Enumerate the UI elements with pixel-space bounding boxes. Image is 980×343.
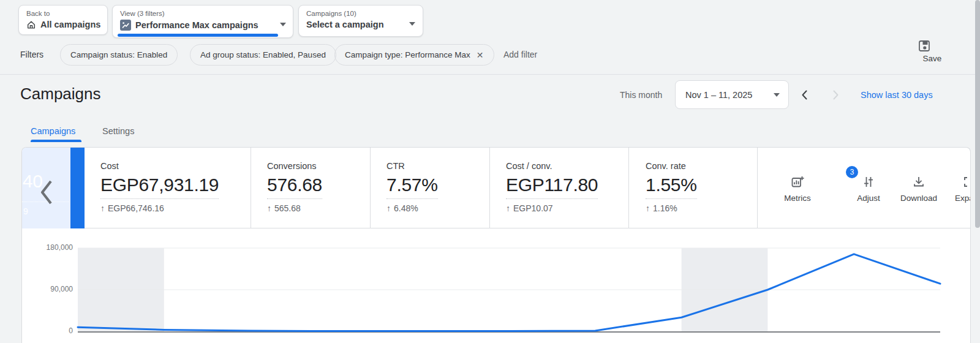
filter-chip-label: Campaign status: Enabled xyxy=(70,50,167,59)
column-divider xyxy=(628,148,629,228)
date-range-value: Nov 1 – 11, 2025 xyxy=(685,90,752,100)
caret-down-icon xyxy=(774,93,780,97)
scorecard-value: EGP117.80 xyxy=(506,176,598,199)
scorecard-label: Conv. rate xyxy=(646,161,697,171)
view-selector-dropdown[interactable]: View (3 filters) Performance Max campaig… xyxy=(112,5,293,38)
filter-chip-ad-group-status[interactable]: Ad group status: Enabled, Paused xyxy=(190,44,336,66)
campaign-selector-label: Campaigns (10) xyxy=(306,10,415,17)
home-icon xyxy=(26,20,36,29)
filter-chip-label: Campaign type: Performance Max xyxy=(345,50,470,59)
up-arrow-icon: ↑ xyxy=(386,203,391,213)
back-to-label: Back to xyxy=(26,10,100,17)
view-selector-label: View (3 filters) xyxy=(120,10,285,17)
filter-chip-label: Ad group status: Enabled, Paused xyxy=(200,50,326,59)
caret-down-icon xyxy=(280,23,286,26)
adjust-button[interactable]: Adjust xyxy=(844,175,893,203)
active-tab-indicator xyxy=(31,140,81,142)
scorecard-row: 840 9 Cost EGP67,931.19 ↑EGP66,746.16 Co… xyxy=(22,148,971,228)
up-arrow-icon: ↑ xyxy=(506,203,510,213)
scorecard-value: 1.55% xyxy=(646,176,697,199)
chevron-right-icon xyxy=(829,88,842,102)
selected-metric-color-bar xyxy=(70,148,85,228)
performance-line-chart[interactable] xyxy=(22,228,971,343)
view-active-indicator xyxy=(118,34,278,37)
scorecard-label: Cost xyxy=(100,161,219,171)
view-selector-value: Performance Max campaigns xyxy=(135,20,258,30)
metrics-label: Metrics xyxy=(784,194,811,203)
metrics-icon xyxy=(790,175,805,189)
scorecard-delta: ↑EGP10.07 xyxy=(506,203,598,213)
section-divider xyxy=(0,74,980,75)
performance-chart-icon xyxy=(120,20,131,31)
back-to-value: All campaigns xyxy=(40,20,100,29)
scorecard-label: Cost / conv. xyxy=(506,161,598,171)
column-divider xyxy=(251,148,251,228)
up-arrow-icon: ↑ xyxy=(646,203,650,213)
show-last-30-days-link[interactable]: Show last 30 days xyxy=(861,90,933,100)
previous-period-button[interactable] xyxy=(798,88,812,102)
save-filters-button[interactable]: Save xyxy=(918,39,947,63)
adjust-label: Adjust xyxy=(857,194,880,203)
scorecard-conv-rate[interactable]: Conv. rate 1.55% ↑1.16% xyxy=(646,161,697,213)
expand-label: Expand xyxy=(955,194,971,203)
scorecard-conversions[interactable]: Conversions 576.68 ↑565.68 xyxy=(267,161,322,213)
vertical-scrollbar-thumb[interactable] xyxy=(975,0,980,228)
scorecard-label: CTR xyxy=(386,161,438,171)
scorecard-cost-per-conv[interactable]: Cost / conv. EGP117.80 ↑EGP10.07 xyxy=(506,161,598,213)
expand-button[interactable]: Expand xyxy=(944,175,971,203)
campaigns-table-card: 840 9 Cost EGP67,931.19 ↑EGP66,746.16 Co… xyxy=(21,147,971,343)
period-label: This month xyxy=(620,90,662,100)
caret-down-icon xyxy=(409,22,415,26)
chevron-left-icon xyxy=(39,178,55,206)
date-range-dropdown[interactable]: Nov 1 – 11, 2025 xyxy=(675,80,789,109)
column-divider xyxy=(370,148,371,228)
add-filter-button[interactable]: Add filter xyxy=(503,50,537,59)
scorecard-delta: ↑6.48% xyxy=(386,203,438,213)
filters-label: Filters xyxy=(20,50,43,59)
remove-filter-icon[interactable]: ✕ xyxy=(477,50,484,60)
scorecard-delta: ↑1.16% xyxy=(646,203,697,213)
tab-campaigns[interactable]: Campaigns xyxy=(31,126,75,136)
campaign-selector-dropdown[interactable]: Campaigns (10) Select a campaign xyxy=(298,5,423,37)
tab-settings[interactable]: Settings xyxy=(102,126,134,136)
scorecard-cost[interactable]: Cost EGP67,931.19 ↑EGP66,746.16 xyxy=(100,161,219,213)
y-axis-tick-0: 0 xyxy=(36,326,73,335)
up-arrow-icon: ↑ xyxy=(100,203,105,213)
collapse-scorecards-button[interactable] xyxy=(39,178,55,206)
scorecard-delta: ↑565.68 xyxy=(267,203,322,213)
up-arrow-icon: ↑ xyxy=(267,203,271,213)
chevron-left-icon xyxy=(798,88,812,102)
expand-icon xyxy=(962,175,971,189)
scorecard-label: Conversions xyxy=(267,161,322,171)
metrics-button[interactable]: Metrics xyxy=(773,175,822,203)
download-button[interactable]: Download xyxy=(894,175,943,203)
adjust-icon xyxy=(861,175,876,189)
page-title: Campaigns xyxy=(20,85,101,104)
filter-chip-campaign-status[interactable]: Campaign status: Enabled xyxy=(60,44,178,66)
scorecard-delta: ↑EGP66,746.16 xyxy=(100,203,219,213)
next-period-button[interactable] xyxy=(829,88,842,102)
scorecard-value: EGP67,931.19 xyxy=(100,176,219,199)
campaign-selector-value: Select a campaign xyxy=(306,20,384,29)
filter-chip-campaign-type[interactable]: Campaign type: Performance Max ✕ xyxy=(334,44,494,66)
scorecard-ctr[interactable]: CTR 7.57% ↑6.48% xyxy=(386,161,438,213)
scorecard-partial-delta: 9 xyxy=(23,206,28,216)
series-line xyxy=(78,254,940,331)
column-divider xyxy=(489,148,490,228)
adjust-count-badge: 3 xyxy=(846,166,858,178)
save-icon xyxy=(918,39,947,53)
save-label: Save xyxy=(918,54,947,63)
y-axis-tick-180000: 180,000 xyxy=(36,243,73,252)
back-to-all-campaigns-button[interactable]: Back to All campaigns xyxy=(18,5,108,35)
download-icon xyxy=(911,175,926,189)
y-axis-tick-90000: 90,000 xyxy=(36,285,73,293)
google-ads-campaigns-screen: Back to All campaigns View (3 filters) P… xyxy=(0,0,980,343)
scorecard-value: 7.57% xyxy=(386,176,438,199)
column-divider xyxy=(757,148,758,228)
download-label: Download xyxy=(900,194,937,203)
scorecard-value: 576.68 xyxy=(267,176,322,199)
